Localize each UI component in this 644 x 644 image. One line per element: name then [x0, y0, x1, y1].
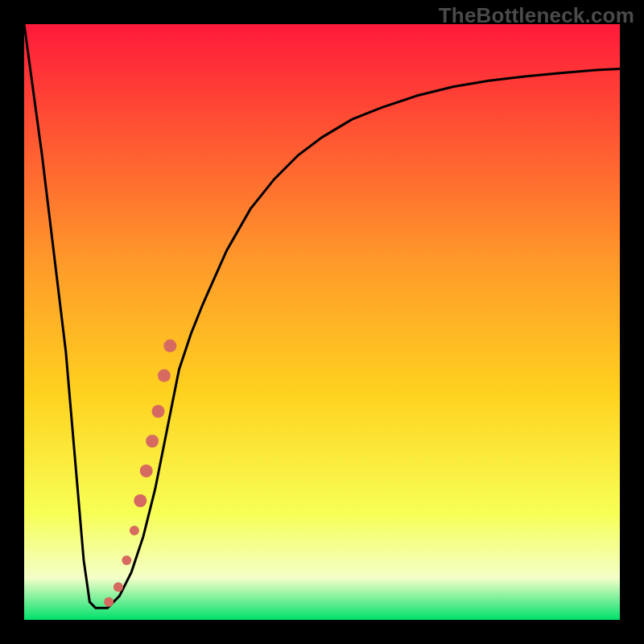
watermark-text: TheBottleneck.com	[439, 3, 634, 28]
curve-marker	[158, 369, 171, 382]
curve-marker	[104, 597, 114, 607]
curve-marker	[130, 526, 139, 535]
curve-marker	[122, 555, 131, 565]
curve-marker	[134, 494, 147, 507]
chart-frame: TheBottleneck.com	[0, 0, 644, 644]
curve-marker	[114, 582, 123, 592]
curve-marker	[152, 405, 165, 418]
curve-marker	[163, 340, 176, 353]
curve-marker	[140, 464, 153, 477]
plot-area	[24, 24, 620, 620]
gradient-background	[24, 24, 620, 620]
curve-marker	[146, 435, 159, 448]
bottleneck-plot	[24, 24, 620, 620]
